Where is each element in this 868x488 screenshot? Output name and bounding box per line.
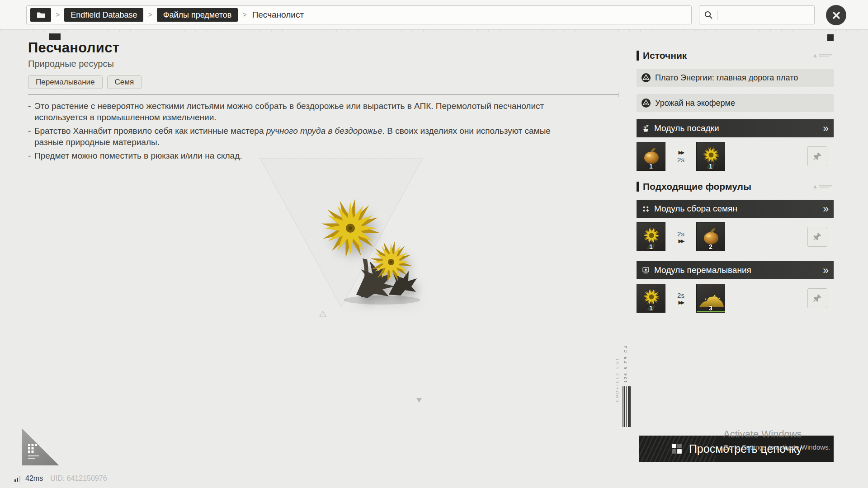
search-box	[699, 5, 815, 24]
recipe-output-sandleaf-seed[interactable]: 2	[696, 222, 725, 251]
search-icon	[704, 10, 713, 19]
folder-chip[interactable]	[30, 8, 51, 22]
recipe-input-sandleaf-seed[interactable]: 1	[637, 142, 665, 171]
item-description: - Это растение с невероятно жесткими лис…	[28, 100, 566, 161]
menu-grid-icon	[28, 444, 37, 453]
breadcrumb-separator: >	[56, 11, 60, 19]
recipe-output-ground-sandleaf[interactable]: 3	[696, 284, 725, 313]
view-chain-button[interactable]: Просмотреть цепочку	[639, 436, 834, 462]
bullet-text: Братство Ханнабит проявило себя как исти…	[34, 125, 566, 148]
source-location-label: Урожай на экоферме	[655, 99, 735, 108]
source-location-row[interactable]: Плато Энергии: главная дорога плато	[637, 69, 834, 87]
bullet-text-part: Братство Ханнабит проявило себя как исти…	[34, 126, 266, 136]
description-bullet: - Это растение с невероятно жесткими лис…	[28, 100, 566, 123]
uid-value: UID: 6412150976	[50, 474, 107, 483]
module-label: Модуль перемалывания	[654, 265, 818, 275]
close-icon	[832, 11, 841, 20]
recipe-grinding: 1 2s ▶▶ 3	[637, 284, 834, 313]
item-render-sandleaf	[298, 181, 434, 318]
bullet-text: Это растение с невероятно жесткими листь…	[34, 100, 566, 123]
ruler-ticks	[0, 30, 868, 32]
close-button[interactable]	[826, 5, 846, 25]
description-bullet: - Братство Ханнабит проявило себя как ис…	[28, 125, 566, 148]
recipe-time: 2s ▶▶	[670, 291, 692, 305]
grinding-module-icon	[642, 267, 650, 274]
source-location-label: Плато Энергии: главная дорога плато	[655, 73, 798, 83]
quantity-badge: 3	[697, 305, 725, 312]
section-header-source: Источник	[637, 50, 834, 61]
search-divider	[717, 10, 717, 20]
breadcrumb-current-item: Песчанолист	[252, 10, 304, 20]
section-header-formulas: Подходящие формулы	[637, 181, 834, 192]
breadcrumb-separator: >	[242, 11, 246, 19]
sidebar: Источник Плато Энергии: главная дорога п…	[637, 50, 834, 471]
divider	[28, 94, 618, 95]
planting-module-icon	[642, 125, 650, 132]
recipe-seed-collection: 1 2s ▶▶ 2	[637, 222, 834, 251]
endfield-logo-mark-icon	[813, 184, 834, 189]
item-category: Природные ресурсы	[28, 59, 625, 69]
status-bar: 42ms UID: 6412150976	[14, 474, 107, 483]
origin-icon	[641, 98, 651, 108]
module-bar-seed-collection[interactable]: Модуль сбора семян »	[637, 200, 834, 218]
module-bar-grinding[interactable]: Модуль перемалывания »	[637, 261, 834, 279]
view-chain-label: Просмотреть цепочку	[689, 442, 802, 455]
pin-recipe-button[interactable]	[807, 227, 827, 247]
source-section-title: Источник	[643, 50, 813, 61]
triangle-mark-icon	[416, 398, 422, 403]
recipe-input-sandleaf[interactable]: 1	[637, 222, 665, 251]
breadcrumb: > Endfield Database > Файлы предметов > …	[26, 5, 692, 24]
recipe-time: 2s ▶▶	[670, 230, 692, 244]
breadcrumb-endfield-database[interactable]: Endfield Database	[64, 8, 143, 22]
menu-button[interactable]	[22, 427, 60, 465]
endfield-logo-mark-icon	[813, 53, 834, 58]
recipe-input-sandleaf[interactable]: 1	[637, 284, 665, 313]
tag-seed[interactable]: Семя	[107, 75, 142, 89]
chevron-right-icon: »	[823, 203, 828, 215]
page-title: Песчанолист	[28, 40, 625, 56]
item-detail-panel: Песчанолист Природные ресурсы Перемалыва…	[28, 40, 625, 164]
vertical-endfield-text: ENDFIELD EST	[615, 312, 619, 402]
barcode	[623, 386, 632, 427]
source-location-row[interactable]: Урожай на экоферме	[637, 94, 834, 112]
pin-icon	[812, 151, 822, 161]
chevron-right-icon: »	[823, 264, 828, 277]
signal-bars-icon	[14, 476, 22, 482]
fast-forward-icon: ▶▶	[679, 238, 684, 244]
pin-icon	[812, 232, 822, 242]
quantity-badge: 2	[697, 243, 725, 250]
bullet-text-italic: ручного труда в бездорожье	[266, 126, 382, 136]
item-tags: Перемалывание Семя	[28, 75, 625, 89]
origin-icon	[641, 73, 651, 83]
bullet-text: Предмет можно поместить в рюкзак и/или н…	[34, 150, 242, 161]
search-input[interactable]	[722, 11, 810, 19]
folder-icon	[37, 12, 45, 19]
formulas-section-title: Подходящие формулы	[643, 181, 813, 192]
quantity-badge: 1	[637, 305, 665, 312]
craft-time: 2s	[677, 291, 684, 299]
bullet-marker: -	[28, 125, 34, 148]
pin-recipe-button[interactable]	[807, 288, 827, 308]
vertical-code-text: 126.8 FR G4	[623, 335, 628, 383]
bullet-marker: -	[28, 150, 34, 161]
module-label: Модуль сбора семян	[654, 204, 818, 214]
seed-collection-module-icon	[642, 205, 650, 213]
module-bar-planting[interactable]: Модуль посадки »	[637, 119, 834, 137]
pin-recipe-button[interactable]	[807, 146, 827, 166]
module-label: Модуль посадки	[654, 123, 818, 133]
fast-forward-icon: ▶▶	[679, 300, 684, 305]
topbar: > Endfield Database > Файлы предметов > …	[0, 0, 868, 30]
craft-time: 2s	[677, 156, 684, 164]
header-accent-bar	[637, 51, 639, 61]
quantity-badge: 1	[697, 163, 725, 170]
header-accent-bar	[637, 182, 639, 192]
quantity-badge: 1	[637, 163, 665, 170]
recipe-output-sandleaf[interactable]: 1	[696, 142, 725, 171]
menu-deco-line	[28, 455, 39, 456]
chain-squares-icon	[671, 443, 683, 455]
breadcrumb-item-files[interactable]: Файлы предметов	[157, 8, 238, 22]
pin-icon	[812, 293, 822, 303]
craft-time: 2s	[677, 230, 684, 238]
tag-grinding[interactable]: Перемалывание	[28, 75, 103, 89]
menu-deco-line	[28, 458, 35, 459]
